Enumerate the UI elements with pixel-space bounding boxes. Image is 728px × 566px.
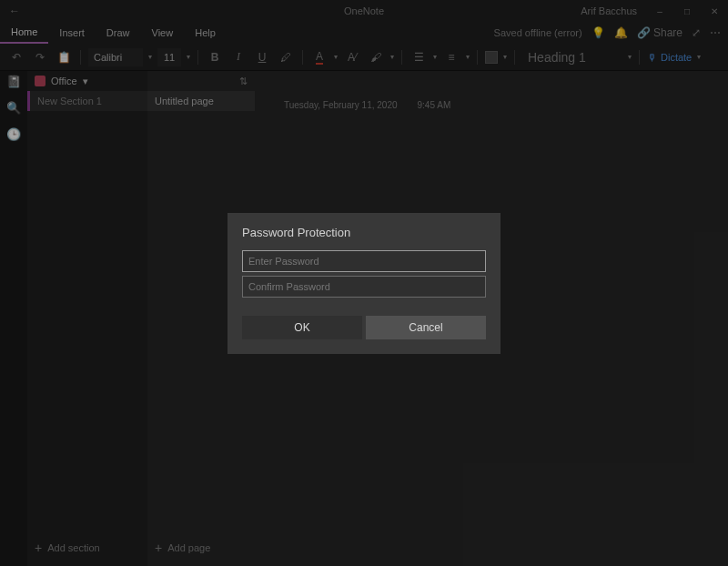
cancel-button[interactable]: Cancel bbox=[366, 316, 486, 339]
password-protection-dialog: Password Protection OK Cancel bbox=[228, 213, 500, 354]
confirm-password-input[interactable] bbox=[242, 276, 486, 298]
ok-button[interactable]: OK bbox=[242, 316, 362, 339]
dialog-title: Password Protection bbox=[242, 226, 486, 239]
enter-password-input[interactable] bbox=[242, 250, 486, 272]
modal-overlay: Password Protection OK Cancel bbox=[0, 0, 728, 566]
